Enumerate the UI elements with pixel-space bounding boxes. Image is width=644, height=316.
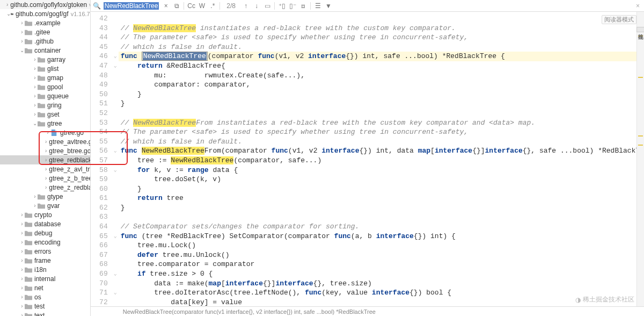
code-line[interactable]: tree := NewRedBlackTree(comparator, safe… — [119, 156, 644, 166]
code-line[interactable] — [119, 14, 644, 24]
settings-icon[interactable]: ☰ — [314, 2, 321, 10]
tree-folder[interactable]: ›debug — [0, 228, 90, 238]
tree-folder[interactable]: ›gtype — [0, 192, 90, 201]
twisty-icon[interactable]: › — [32, 56, 38, 62]
code-area[interactable]: 4243444546474849505152535455565758596061… — [91, 12, 644, 306]
tree-folder[interactable]: ›.github — [0, 37, 90, 46]
add-selection-icon[interactable]: ⁺▯ — [278, 2, 286, 10]
tree-folder[interactable]: ›frame — [0, 256, 90, 265]
code-line[interactable]: defer tree.mu.Unlock() — [119, 250, 644, 260]
tree-file[interactable]: ›gtree_avltree.go — [0, 137, 90, 146]
twisty-icon[interactable]: › — [45, 184, 47, 190]
tree-file[interactable]: ›gtree_btree.go — [0, 146, 90, 155]
tree-folder[interactable]: ⌄container — [0, 46, 90, 55]
code-line[interactable]: mu: rwmutex.Create(safe...), — [119, 71, 644, 81]
tree-folder[interactable]: ›.example — [0, 18, 90, 27]
tree-folder[interactable]: ›crypto — [0, 210, 90, 219]
match-case-toggle[interactable]: Cc — [187, 2, 195, 10]
toggle-panel-icon[interactable]: ⧈ — [299, 2, 307, 10]
regex-toggle[interactable]: .* — [209, 2, 216, 10]
tree-folder[interactable]: ›gring — [0, 100, 90, 110]
code-line[interactable]: // NewRedBlackTree instantiates a red-bl… — [119, 24, 644, 33]
match-word-toggle[interactable]: W — [198, 2, 206, 10]
code-line[interactable]: // The parameter <safe> is used to speci… — [119, 127, 644, 137]
twisty-icon[interactable]: › — [19, 312, 25, 316]
next-match-icon[interactable]: ↓ — [253, 2, 260, 10]
tree-folder[interactable]: ›gpool — [0, 82, 90, 91]
twisty-icon[interactable]: › — [19, 221, 25, 227]
twisty-icon[interactable]: › — [32, 66, 38, 71]
twisty-icon[interactable]: › — [32, 203, 38, 209]
code-line[interactable] — [119, 212, 644, 222]
code-content[interactable]: // NewRedBlackTree instantiates a red-bl… — [119, 12, 644, 306]
minimap-strip[interactable] — [636, 12, 644, 306]
twisty-icon[interactable]: › — [19, 29, 25, 35]
tree-folder[interactable]: ›i18n — [0, 265, 90, 274]
fold-column[interactable]: ⌄⌄⌄⌄⌄⌄⌄ — [112, 12, 119, 306]
twisty-icon[interactable]: ⌄ — [6, 11, 11, 17]
code-line[interactable]: // The parameter <safe> is used to speci… — [119, 33, 644, 42]
code-line[interactable]: // NewRedBlackTreeFrom instantiates a re… — [119, 118, 644, 128]
twisty-icon[interactable]: › — [32, 111, 38, 117]
tree-folder[interactable]: ›errors — [0, 247, 90, 256]
twisty-icon[interactable]: › — [19, 276, 25, 282]
twisty-icon[interactable]: › — [19, 285, 25, 291]
code-line[interactable]: } — [119, 90, 644, 99]
prev-match-icon[interactable]: ↑ — [242, 2, 250, 10]
code-line[interactable]: tree.comparator = comparator — [119, 260, 644, 269]
code-line[interactable]: tree.mu.Lock() — [119, 241, 644, 250]
search-icon[interactable]: 🔍 — [93, 2, 100, 10]
twisty-icon[interactable]: › — [19, 20, 25, 26]
code-line[interactable]: func NewRedBlackTree(comparator func(v1,… — [119, 52, 644, 61]
code-line[interactable]: data[key] = value — [119, 298, 644, 306]
tree-folder[interactable]: ›test — [0, 301, 90, 311]
twisty-icon[interactable]: ⌄ — [32, 120, 38, 126]
twisty-icon[interactable]: › — [32, 193, 38, 199]
file-tree[interactable]: ›github.com/goflyfox/gtokenv1.5.6⌄github… — [0, 0, 91, 316]
code-line[interactable]: tree.doIteratorAsc(tree.leftNode(), func… — [119, 288, 644, 298]
twisty-icon[interactable]: › — [19, 38, 25, 44]
tree-file[interactable]: ›gtree_z_avl_tree_test.go — [0, 164, 90, 174]
twisty-icon[interactable]: ⌄ — [19, 47, 25, 53]
twisty-icon[interactable]: › — [45, 139, 47, 145]
search-input[interactable]: NewRedBlackTree — [104, 2, 159, 10]
tree-file[interactable]: ›gtree.go — [0, 128, 90, 137]
twisty-icon[interactable]: › — [6, 2, 8, 8]
code-line[interactable]: // which is false in default. — [119, 137, 644, 147]
history-icon[interactable]: ⧉ — [173, 2, 180, 10]
reader-mode-badge[interactable]: 阅读器模式 — [602, 15, 636, 24]
code-line[interactable]: // SetComparator sets/changes the compar… — [119, 222, 644, 232]
twisty-icon[interactable]: › — [32, 102, 38, 108]
code-line[interactable]: func NewRedBlackTreeFrom(comparator func… — [119, 146, 644, 156]
tree-folder[interactable]: ›os — [0, 292, 90, 301]
twisty-icon[interactable]: › — [32, 75, 38, 81]
code-line[interactable]: comparator: comparator, — [119, 80, 644, 90]
code-line[interactable]: for k, v := range data { — [119, 166, 644, 175]
twisty-icon[interactable]: › — [19, 303, 25, 309]
clear-search-icon[interactable]: × — [162, 2, 170, 10]
twisty-icon[interactable]: › — [45, 130, 50, 135]
tree-file[interactable]: ›gtree_z_b_tree_test.go — [0, 174, 90, 183]
filter-icon[interactable]: ▼ — [325, 2, 332, 10]
twisty-icon[interactable]: › — [19, 248, 25, 254]
tree-folder[interactable]: ›database — [0, 219, 90, 228]
tree-folder[interactable]: ›gset — [0, 110, 90, 119]
tree-root[interactable]: ›github.com/goflyfox/gtokenv1.5.6 — [0, 0, 90, 9]
twisty-icon[interactable]: › — [32, 84, 38, 90]
tree-folder[interactable]: ›encoding — [0, 238, 90, 247]
twisty-icon[interactable]: › — [32, 93, 38, 99]
code-line[interactable]: func (tree *RedBlackTree) SetComparator(… — [119, 232, 644, 241]
twisty-icon[interactable]: › — [45, 157, 47, 163]
code-line[interactable]: return &RedBlackTree{ — [119, 61, 644, 71]
code-line[interactable]: } — [119, 99, 644, 109]
code-line[interactable]: return tree — [119, 193, 644, 203]
find-in-selection-icon[interactable]: ▯⁻ — [289, 2, 296, 10]
code-line[interactable]: data := make(map[interface{}]interface{}… — [119, 279, 644, 289]
code-line[interactable]: } — [119, 184, 644, 194]
twisty-icon[interactable]: › — [19, 212, 25, 218]
twisty-icon[interactable]: › — [19, 267, 25, 272]
tree-folder[interactable]: ⌄gtree — [0, 119, 90, 128]
twisty-icon[interactable]: › — [19, 239, 25, 245]
twisty-icon[interactable]: › — [45, 175, 47, 181]
twisty-icon[interactable]: › — [45, 148, 47, 154]
